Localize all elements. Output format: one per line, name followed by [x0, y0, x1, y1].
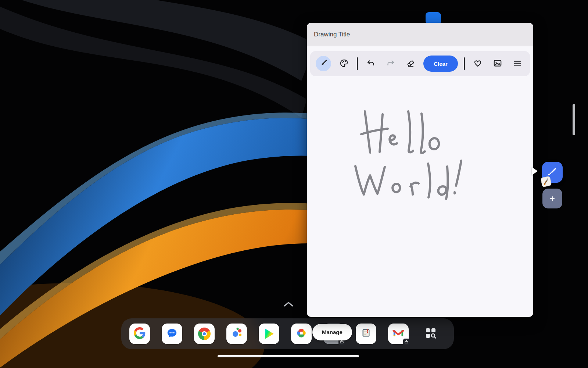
work-profile-badge-icon [403, 339, 410, 345]
app-grid-search-icon [423, 326, 438, 342]
redo-button[interactable] [384, 57, 398, 71]
menu-icon [513, 58, 522, 69]
clear-button[interactable]: Clear [423, 56, 458, 72]
toolbar-separator [357, 57, 358, 70]
drawing-canvas[interactable] [307, 76, 533, 317]
app-icon-play-store[interactable] [259, 324, 279, 344]
app-icon-photos[interactable] [291, 324, 312, 344]
brush-sticker-thumbnail [541, 176, 552, 187]
palette-icon [339, 58, 349, 69]
assistant-dots-icon [230, 327, 243, 341]
app-drawer-search-button[interactable] [420, 324, 441, 344]
insert-image-button[interactable] [491, 57, 505, 71]
manage-button[interactable]: Manage [312, 324, 352, 340]
google-g-icon [134, 327, 146, 340]
favorite-heart-icon [473, 58, 483, 69]
toolbar-separator [464, 57, 465, 70]
app-icon-chrome[interactable] [194, 324, 215, 344]
chrome-icon [198, 328, 211, 340]
book-icon [360, 327, 372, 340]
add-note-button[interactable]: + [542, 189, 562, 208]
window-titlebar[interactable]: Drawing Title [307, 23, 533, 46]
favorite-button[interactable] [471, 57, 485, 71]
chat-bubble-icon [166, 327, 178, 340]
handwriting-hello-world [355, 111, 461, 199]
eraser-tool-button[interactable] [404, 57, 417, 71]
eraser-icon [406, 59, 415, 69]
insert-image-icon [493, 58, 502, 69]
dock-expand-caret-icon[interactable] [283, 301, 294, 308]
redo-icon [386, 59, 395, 69]
app-icon-gmail[interactable] [388, 324, 409, 344]
menu-button[interactable] [510, 57, 524, 71]
brush-icon [319, 59, 328, 69]
app-icon-google[interactable] [129, 324, 150, 344]
play-store-triangle-icon [263, 328, 275, 339]
gmail-m-icon [392, 327, 404, 340]
photos-pinwheel-icon [295, 327, 307, 340]
app-icon-messages[interactable] [162, 324, 182, 344]
app-icon-play-books[interactable] [356, 324, 376, 344]
app-icon-assistant[interactable] [226, 324, 247, 344]
window-title: Drawing Title [314, 31, 350, 38]
plus-icon: + [550, 193, 555, 204]
brush-tool-button[interactable] [316, 56, 331, 71]
manage-button-label: Manage [322, 329, 343, 335]
drawing-app-window: Drawing Title [307, 23, 533, 317]
drawing-toolbar: Clear [310, 51, 530, 76]
palette-tool-button[interactable] [337, 57, 351, 71]
stylus-tools-button[interactable] [542, 162, 563, 183]
gesture-navigation-bar[interactable] [218, 355, 359, 357]
desktop: Drawing Title [0, 0, 588, 368]
edge-scrollbar[interactable] [573, 104, 575, 135]
undo-icon [366, 59, 375, 69]
window-expand-arrow[interactable] [532, 167, 538, 175]
undo-button[interactable] [364, 57, 378, 71]
taskbar-dock: Manage [121, 318, 454, 349]
